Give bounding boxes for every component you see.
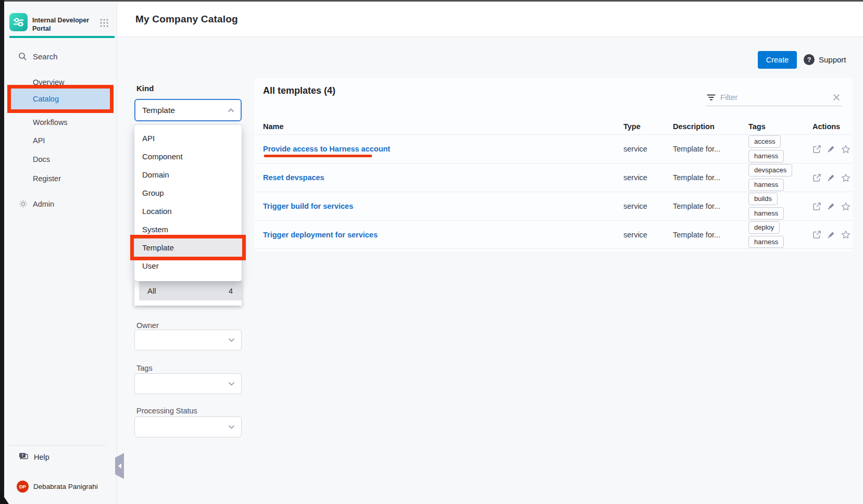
- sidebar-item-register[interactable]: Register: [33, 174, 61, 183]
- description-cell: Template for...: [673, 202, 748, 210]
- sidebar-item-catalog[interactable]: Catalog: [11, 89, 110, 109]
- window-left-edge: [0, 0, 4, 504]
- apps-grid-icon[interactable]: [99, 18, 109, 28]
- kind-summary-row[interactable]: All 4: [139, 281, 242, 300]
- sidebar-item-search[interactable]: Search: [18, 52, 58, 61]
- kind-select[interactable]: Template: [134, 99, 242, 121]
- tag-chip[interactable]: builds: [748, 193, 778, 205]
- owner-select[interactable]: [134, 330, 242, 350]
- tag-chip[interactable]: devspaces: [748, 164, 792, 177]
- favorite-star-icon[interactable]: [841, 202, 851, 211]
- templates-panel: All templates (4) Name Type Descriptio: [254, 78, 853, 251]
- page-title: My Company Catalog: [135, 14, 238, 25]
- kind-option-system[interactable]: System: [134, 220, 242, 238]
- table-row: Trigger build for services service Templ…: [254, 192, 853, 220]
- sidebar-item-workflows[interactable]: Workflows: [33, 118, 68, 127]
- kind-summary-label: All: [147, 286, 156, 295]
- sidebar-item-docs[interactable]: Docs: [33, 155, 50, 163]
- chevron-down-icon: [228, 425, 235, 429]
- filter-input[interactable]: [720, 93, 828, 102]
- table-filter-bar: [706, 89, 842, 106]
- support-label: Support: [819, 55, 846, 64]
- tag-chip[interactable]: harness: [748, 150, 784, 162]
- kind-filter-label: Kind: [136, 84, 154, 93]
- open-in-new-icon[interactable]: [812, 202, 821, 211]
- template-link[interactable]: Trigger deployment for services: [254, 221, 623, 248]
- description-cell: Template for...: [673, 173, 748, 182]
- table-row: Trigger deployment for services service …: [254, 220, 853, 249]
- open-in-new-icon[interactable]: [812, 230, 821, 239]
- help-button[interactable]: ? Help: [19, 452, 49, 461]
- table-header-row: Name Type Description Tags Actions: [254, 119, 853, 134]
- actions-cell: [812, 202, 853, 211]
- tag-chip[interactable]: harness: [748, 236, 784, 248]
- tag-chip[interactable]: access: [748, 135, 781, 148]
- sidebar-item-admin[interactable]: Admin: [19, 199, 54, 208]
- tag-chip[interactable]: deploy: [748, 221, 780, 234]
- tags-select[interactable]: [134, 373, 242, 394]
- kind-option-location[interactable]: Location: [134, 202, 242, 220]
- tag-chip[interactable]: harness: [748, 207, 784, 220]
- user-name: Debabrata Panigrahi: [33, 483, 98, 490]
- favorite-star-icon[interactable]: [841, 230, 851, 239]
- app-logo-icon[interactable]: [9, 13, 28, 31]
- tags-filter-label: Tags: [136, 364, 153, 372]
- edit-pencil-icon[interactable]: [827, 145, 835, 153]
- favorite-star-icon[interactable]: [841, 173, 851, 182]
- column-header-name[interactable]: Name: [254, 122, 623, 131]
- column-header-type[interactable]: Type: [623, 122, 673, 131]
- tag-chip[interactable]: harness: [748, 179, 784, 191]
- kind-option-group[interactable]: Group: [134, 184, 242, 202]
- edit-pencil-icon[interactable]: [827, 202, 835, 210]
- column-header-actions: Actions: [812, 122, 853, 131]
- actions-cell: [812, 230, 853, 239]
- kind-option-api[interactable]: API: [134, 129, 242, 147]
- avatar: DP: [17, 481, 29, 493]
- gear-icon: [19, 199, 28, 208]
- kind-summary-card: All 4: [134, 281, 242, 306]
- kind-option-template[interactable]: Template: [134, 238, 242, 257]
- search-label: Search: [33, 52, 58, 61]
- edit-pencil-icon[interactable]: [827, 231, 835, 239]
- template-link[interactable]: Reset devspaces: [254, 163, 623, 192]
- table-body: Provide access to Harness account servic…: [254, 134, 853, 249]
- table-row: Provide access to Harness account servic…: [254, 134, 853, 163]
- question-mark-icon: ?: [804, 54, 815, 65]
- open-in-new-icon[interactable]: [812, 145, 821, 154]
- clear-filter-icon[interactable]: [833, 94, 840, 101]
- kind-dropdown: API Component Domain Group Location Syst…: [134, 125, 242, 281]
- processing-status-filter-label: Processing Status: [136, 407, 197, 415]
- type-cell: service: [623, 145, 673, 153]
- processing-status-select[interactable]: [134, 417, 242, 437]
- collapse-arrow-icon: [118, 463, 121, 469]
- kind-option-component[interactable]: Component: [134, 147, 242, 166]
- templates-title: All templates (4): [263, 85, 335, 96]
- admin-label: Admin: [33, 200, 54, 208]
- create-button[interactable]: Create: [758, 51, 797, 69]
- chevron-up-icon: [228, 108, 234, 112]
- template-link[interactable]: Trigger build for services: [254, 192, 623, 220]
- kind-option-domain[interactable]: Domain: [134, 166, 242, 184]
- open-in-new-icon[interactable]: [812, 173, 821, 182]
- user-profile[interactable]: DP Debabrata Panigrahi: [17, 481, 98, 493]
- support-button[interactable]: ? Support: [804, 54, 846, 65]
- template-link[interactable]: Provide access to Harness account: [254, 135, 623, 163]
- edit-pencil-icon[interactable]: [827, 173, 835, 182]
- window-top-edge: [0, 0, 863, 2]
- sidebar-divider: [9, 445, 106, 446]
- sidebar-item-api[interactable]: API: [33, 136, 45, 145]
- table-row: Reset devspaces service Template for... …: [254, 163, 853, 192]
- filter-icon: [707, 94, 716, 101]
- kind-summary-count: 4: [229, 287, 233, 295]
- svg-text:?: ?: [21, 453, 24, 458]
- favorite-star-icon[interactable]: [841, 145, 851, 154]
- description-cell: Template for...: [673, 231, 748, 239]
- chevron-down-icon: [228, 382, 235, 386]
- kind-option-user[interactable]: User: [134, 257, 242, 275]
- type-cell: service: [623, 202, 673, 210]
- column-header-description[interactable]: Description: [673, 122, 748, 131]
- column-header-tags[interactable]: Tags: [748, 122, 812, 131]
- sidebar: Internal Developer Portal Search Overvie…: [4, 2, 117, 504]
- actions-cell: [812, 173, 853, 182]
- main-content: Create ? Support Kind Template API Compo…: [117, 37, 863, 504]
